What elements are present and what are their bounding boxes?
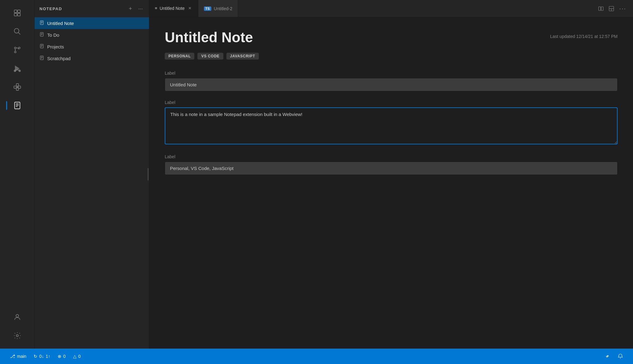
split-editor-button[interactable]	[596, 4, 606, 13]
svg-point-25	[16, 314, 19, 317]
note-icon-3	[39, 56, 44, 61]
editor-area: ≡ Untitled Note ✕ TS Untitled-2	[149, 0, 633, 349]
tabs-actions: ···	[591, 0, 633, 17]
account-icon[interactable]	[9, 309, 25, 325]
sync-up: 1↑	[46, 354, 50, 359]
main-area: NOTEPAD + ··· Untitled Note	[0, 0, 633, 349]
tab-untitled-note[interactable]: ≡ Untitled Note ✕	[149, 0, 198, 17]
sidebar-item-todo[interactable]: To Do	[35, 29, 149, 41]
svg-rect-35	[40, 44, 43, 48]
branch-icon: ⎇	[10, 354, 15, 359]
svg-rect-3	[18, 13, 20, 16]
svg-rect-31	[40, 32, 43, 36]
sidebar-item-label-1: To Do	[47, 32, 59, 38]
status-branch[interactable]: ⎇ main	[6, 349, 30, 364]
tabs-bar: ≡ Untitled Note ✕ TS Untitled-2	[149, 0, 633, 17]
tab-label-0: Untitled Note	[160, 6, 185, 11]
note-body-textarea[interactable]: This is a note in a sample Notepad exten…	[165, 107, 618, 144]
sidebar-more-button[interactable]: ···	[137, 4, 144, 13]
note-tags-input[interactable]	[165, 162, 618, 175]
branch-label: main	[17, 354, 26, 359]
sidebar-header: NOTEPAD + ···	[35, 0, 149, 17]
status-right	[601, 354, 627, 359]
note-title-row: Untitled Note Last updated 12/14/21 at 1…	[165, 30, 618, 45]
sidebar-item-label-2: Projects	[47, 44, 64, 49]
activity-bar	[0, 0, 35, 349]
status-warnings[interactable]: △ 0	[69, 349, 85, 364]
errors-count: 0	[63, 354, 66, 359]
svg-rect-44	[601, 7, 603, 10]
svg-rect-39	[40, 56, 43, 60]
tabs-more-button[interactable]: ···	[617, 3, 628, 14]
status-sync[interactable]: ↻ 0↓ 1↑	[30, 349, 54, 364]
tab-label-1: Untitled-2	[214, 6, 232, 11]
sync-icon: ↻	[34, 354, 37, 359]
form-section-2: Label	[165, 154, 618, 175]
svg-rect-43	[599, 7, 601, 10]
tag-vscode[interactable]: VS CODE	[197, 53, 223, 60]
tab-close-button[interactable]: ✕	[187, 5, 192, 11]
form-section-0: Label	[165, 71, 618, 91]
svg-line-5	[18, 33, 20, 35]
source-control-icon[interactable]	[9, 42, 25, 58]
status-notifications-icon[interactable]	[614, 354, 627, 359]
svg-rect-16	[16, 84, 19, 86]
sidebar-item-scratchpad[interactable]: Scratchpad	[35, 52, 149, 64]
sidebar-title: NOTEPAD	[39, 6, 124, 11]
notepad-icon[interactable]	[9, 97, 25, 114]
extensions-icon[interactable]	[9, 79, 25, 95]
sidebar-item-label-3: Scratchpad	[47, 56, 71, 61]
note-timestamp: Last updated 12/14/21 at 12:57 PM	[550, 34, 618, 39]
sidebar-resize-handle[interactable]	[148, 0, 149, 349]
svg-point-7	[18, 47, 20, 49]
sidebar-item-untitled-note[interactable]: Untitled Note	[35, 17, 149, 29]
svg-point-26	[16, 335, 18, 337]
sync-down: 0↓	[39, 354, 44, 359]
sidebar-item-projects[interactable]: Projects	[35, 41, 149, 52]
sidebar-add-button[interactable]: +	[127, 4, 133, 13]
layout-button[interactable]	[607, 4, 616, 13]
form-section-1: Label This is a note in a sample Notepad…	[165, 100, 618, 146]
svg-rect-0	[14, 10, 17, 13]
svg-rect-2	[14, 13, 17, 16]
form-label-2: Label	[165, 154, 618, 159]
svg-point-6	[14, 47, 16, 49]
tag-javascript[interactable]: JAVASCRIPT	[226, 53, 259, 60]
svg-point-4	[14, 28, 19, 33]
note-icon-2	[39, 44, 44, 49]
warnings-count: 0	[78, 354, 81, 359]
svg-rect-21	[14, 102, 20, 109]
form-label-1: Label	[165, 100, 618, 105]
ts-badge: TS	[204, 6, 212, 11]
note-icon-0	[39, 20, 44, 26]
warnings-icon: △	[73, 354, 77, 359]
form-label-0: Label	[165, 71, 618, 76]
note-main-title: Untitled Note	[165, 30, 253, 45]
tab-note-icon: ≡	[155, 6, 157, 10]
sidebar-item-label-0: Untitled Note	[47, 21, 74, 26]
editor-content: Untitled Note Last updated 12/14/21 at 1…	[149, 17, 633, 349]
explorer-icon[interactable]	[9, 5, 25, 21]
app-container: NOTEPAD + ··· Untitled Note	[0, 0, 633, 364]
tab-untitled-2[interactable]: TS Untitled-2	[198, 0, 238, 17]
svg-point-8	[14, 51, 16, 53]
settings-icon[interactable]	[9, 328, 25, 344]
status-bar: ⎇ main ↻ 0↓ 1↑ ⊗ 0 △ 0	[0, 349, 633, 364]
svg-rect-27	[40, 21, 43, 25]
tag-personal[interactable]: PERSONAL	[165, 53, 194, 60]
run-debug-icon[interactable]	[9, 60, 25, 77]
svg-rect-1	[18, 10, 20, 13]
tags-row: PERSONAL VS CODE JAVASCRIPT	[165, 53, 618, 60]
svg-rect-15	[14, 86, 16, 89]
search-icon[interactable]	[9, 23, 25, 39]
status-errors[interactable]: ⊗ 0	[54, 349, 69, 364]
activity-bottom	[9, 309, 25, 349]
sidebar: NOTEPAD + ··· Untitled Note	[35, 0, 149, 349]
errors-icon: ⊗	[58, 354, 61, 359]
note-title-input[interactable]	[165, 78, 618, 91]
status-remote-icon[interactable]	[601, 354, 614, 359]
note-icon-1	[39, 32, 44, 38]
